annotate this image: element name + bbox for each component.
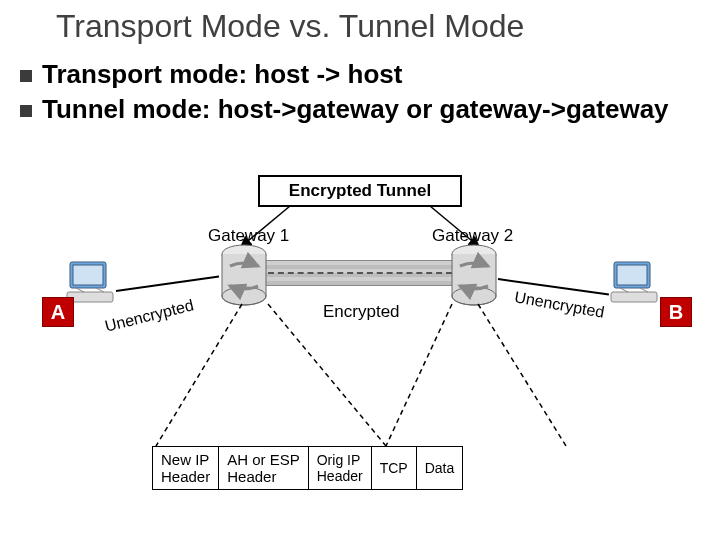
bullet-list: Transport mode: host -> host Tunnel mode… <box>20 58 700 127</box>
host-b-label: B <box>669 301 683 324</box>
list-item: Transport mode: host -> host <box>20 58 700 91</box>
bullet-icon <box>20 70 32 82</box>
host-a-label: A <box>51 301 65 324</box>
list-item: Tunnel mode: host->gateway or gateway->g… <box>20 93 700 126</box>
bullet-text: Transport mode: host -> host <box>42 58 402 91</box>
encrypted-tunnel-label: Encrypted Tunnel <box>289 181 431 201</box>
host-b-tag: B <box>660 297 692 327</box>
svg-rect-10 <box>617 265 647 285</box>
svg-rect-7 <box>73 265 103 285</box>
svg-rect-11 <box>611 292 657 302</box>
svg-line-12 <box>156 304 242 446</box>
svg-line-0 <box>242 206 290 246</box>
svg-line-13 <box>268 304 386 446</box>
gateway2-icon <box>450 244 498 306</box>
pkt-tcp: TCP <box>371 446 417 490</box>
pkt-new-ip-header: New IP Header <box>152 446 219 490</box>
pkt-ah-esp-header: AH or ESP Header <box>218 446 309 490</box>
host-a-tag: A <box>42 297 74 327</box>
svg-line-1 <box>430 206 478 246</box>
gateway1-icon <box>220 244 268 306</box>
tunnel-dashed-line <box>268 272 452 274</box>
link-a-to-gw1 <box>116 276 219 292</box>
svg-line-14 <box>386 304 452 446</box>
pkt-orig-ip-header: Orig IP Header <box>308 446 372 490</box>
packet-connectors <box>140 300 580 460</box>
bullet-text: Tunnel mode: host->gateway or gateway->g… <box>42 93 669 126</box>
bullet-icon <box>20 105 32 117</box>
pkt-data: Data <box>416 446 464 490</box>
svg-line-15 <box>478 304 566 446</box>
page-title: Transport Mode vs. Tunnel Mode <box>56 8 524 45</box>
host-b-icon <box>610 260 660 306</box>
packet-row: New IP Header AH or ESP Header Orig IP H… <box>152 446 462 490</box>
